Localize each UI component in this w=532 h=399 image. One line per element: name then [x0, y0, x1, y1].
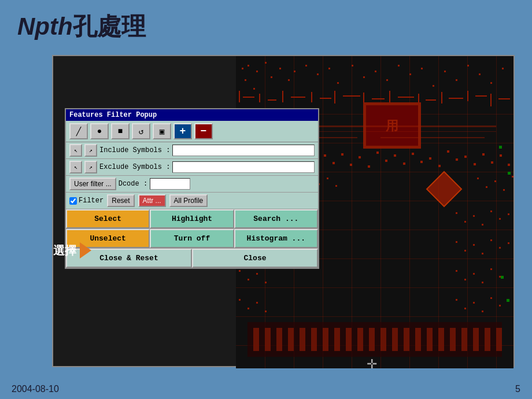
svg-rect-19 [386, 79, 388, 81]
dcode-row: User filter ... Dcode : [66, 176, 318, 193]
svg-rect-38 [334, 91, 335, 104]
tool-plus-btn[interactable]: + [173, 123, 192, 139]
svg-rect-130 [482, 153, 485, 156]
exclude-btn1[interactable]: ↖ [69, 161, 82, 173]
svg-rect-58 [236, 287, 513, 288]
svg-rect-174 [456, 241, 457, 243]
svg-rect-180 [508, 242, 509, 244]
svg-rect-147 [486, 186, 487, 188]
tool-circle-btn[interactable]: ● [90, 123, 109, 139]
include-btn2[interactable]: ↗ [84, 144, 97, 157]
features-filter-popup: Features Filter Popup ╱ ● ■ ↺ ▣ + − ↖ ↗ … [65, 108, 319, 269]
turn-off-btn[interactable]: Turn off [150, 229, 234, 248]
filter-row: Filter Reset Attr ... All Profile [66, 193, 318, 209]
svg-rect-165 [490, 210, 492, 212]
svg-rect-119 [385, 160, 387, 162]
svg-rect-63 [323, 56, 323, 368]
include-symbols-row: ↖ ↗ Include Symbols : [66, 142, 318, 159]
svg-rect-41 [372, 98, 385, 99]
svg-rect-96 [438, 328, 444, 351]
user-filter-btn[interactable]: User filter ... [69, 178, 116, 190]
svg-rect-12 [305, 65, 307, 66]
svg-rect-113 [332, 162, 335, 164]
tool-minus-btn[interactable]: − [194, 123, 213, 139]
include-btn1[interactable]: ↖ [69, 144, 82, 157]
main-content-box: 用 [52, 55, 515, 367]
svg-rect-9 [279, 68, 281, 69]
exclude-symbols-input[interactable] [172, 161, 315, 173]
footer-date: 2004-08-10 [12, 384, 59, 394]
filter-label: Filter [79, 197, 104, 205]
svg-rect-49 [475, 95, 487, 97]
svg-rect-184 [265, 282, 267, 283]
tool-rect-btn[interactable]: ■ [111, 123, 130, 139]
svg-rect-83 [288, 328, 294, 351]
highlight-btn[interactable]: Highlight [150, 209, 234, 228]
all-profile-btn[interactable]: All Profile [169, 194, 208, 207]
svg-rect-18 [375, 71, 376, 72]
svg-rect-101 [496, 328, 502, 351]
svg-rect-114 [341, 153, 343, 156]
svg-rect-32 [259, 94, 260, 102]
svg-rect-131 [491, 161, 493, 164]
arrow-right-icon [80, 242, 91, 258]
svg-rect-95 [427, 328, 433, 351]
search-btn[interactable]: Search ... [234, 209, 318, 228]
close-btn[interactable]: Close [192, 249, 318, 268]
svg-rect-133 [508, 164, 510, 166]
svg-rect-93 [404, 328, 409, 351]
svg-rect-146 [477, 178, 479, 179]
dcode-input[interactable] [150, 178, 190, 190]
svg-rect-149 [503, 189, 505, 191]
filter-checkbox[interactable] [69, 197, 77, 205]
filter-checkbox-label: Filter [69, 197, 104, 205]
svg-rect-37 [320, 98, 331, 99]
popup-titlebar: Features Filter Popup [66, 109, 318, 121]
title-latin: Npth [17, 13, 73, 40]
svg-rect-33 [268, 99, 276, 101]
svg-rect-196 [464, 308, 466, 309]
svg-rect-81 [265, 328, 271, 351]
svg-rect-97 [450, 328, 456, 351]
svg-rect-91 [380, 328, 386, 351]
svg-rect-175 [464, 250, 466, 252]
exclude-btn2[interactable]: ↗ [84, 161, 97, 173]
svg-rect-118 [376, 152, 379, 154]
svg-rect-43 [398, 97, 414, 98]
include-symbols-input[interactable] [172, 145, 315, 156]
svg-rect-117 [368, 165, 370, 168]
svg-rect-15 [337, 82, 339, 84]
svg-rect-4 [256, 71, 258, 72]
svg-rect-84 [300, 328, 305, 351]
histogram-btn[interactable]: Histogram ... [234, 229, 318, 248]
tool-frame-btn[interactable]: ▣ [153, 123, 171, 139]
attr-btn[interactable]: Attr ... [138, 194, 166, 207]
select-arrow-label: 選擇 [53, 242, 91, 258]
svg-rect-94 [415, 328, 421, 351]
svg-rect-98 [461, 328, 467, 351]
svg-rect-163 [473, 215, 475, 217]
svg-rect-199 [490, 297, 492, 299]
svg-rect-31 [243, 97, 254, 98]
svg-rect-176 [473, 244, 475, 246]
svg-rect-14 [328, 68, 330, 69]
svg-rect-183 [256, 273, 258, 275]
svg-rect-185 [456, 270, 457, 272]
svg-rect-29 [502, 68, 504, 69]
svg-rect-25 [456, 79, 457, 81]
svg-rect-122 [412, 153, 414, 155]
svg-rect-186 [464, 279, 466, 280]
select-btn[interactable]: Select [66, 209, 150, 228]
svg-rect-20 [398, 65, 400, 66]
svg-rect-67 [438, 56, 439, 368]
svg-rect-190 [499, 276, 501, 278]
svg-rect-87 [334, 328, 340, 351]
svg-rect-86 [323, 328, 328, 351]
svg-rect-80 [253, 328, 259, 351]
reset-btn[interactable]: Reset [107, 194, 134, 207]
footer: 2004-08-10 5 [12, 384, 520, 394]
tool-line-btn[interactable]: ╱ [69, 123, 88, 139]
include-symbols-label: Include Symbols : [99, 146, 170, 154]
tool-undo-btn[interactable]: ↺ [132, 123, 150, 139]
svg-rect-167 [508, 213, 509, 215]
